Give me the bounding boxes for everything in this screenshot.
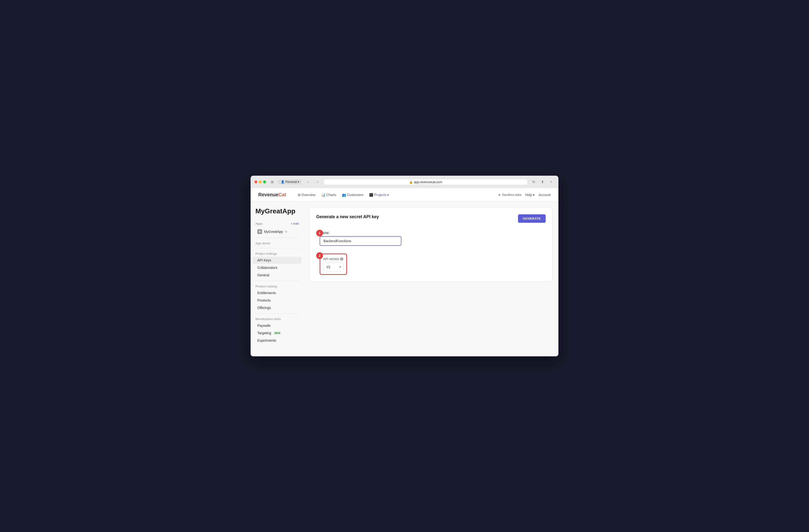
maximize-button[interactable] <box>263 180 266 183</box>
api-version-info-icon[interactable]: i <box>340 258 343 261</box>
api-version-text: API version <box>323 257 339 261</box>
toolbar-icons: ↻ ⬆ ＋ <box>531 179 554 185</box>
nav-right: Sandbox data Help ▾ Account <box>499 192 551 198</box>
main-content: Generate a new secret API key GENERATE 1… <box>304 201 558 356</box>
profile-selector[interactable]: 👤 Personal ▾ <box>278 179 302 184</box>
app-content: RevenueCat ⊞ Overview 📊 Charts 👥 Custome… <box>251 188 558 356</box>
overview-icon: ⊞ <box>298 193 300 197</box>
nav-charts[interactable]: 📊 Charts <box>321 192 336 198</box>
step1-container: 1 <box>316 231 320 236</box>
sidebar-divider-2 <box>255 248 299 248</box>
close-button[interactable] <box>255 180 257 183</box>
profile-icon: 👤 <box>281 180 285 183</box>
url-text: app.revenuecat.com <box>414 180 442 184</box>
sidebar-apps-header: Apps + Add <box>251 220 304 227</box>
targeting-new-badge: NEW <box>273 331 281 335</box>
sandbox-dot <box>499 194 500 196</box>
nav-projects[interactable]: ⬛ Projects ▾ <box>369 192 389 198</box>
logo-revenue: Revenue <box>258 192 278 197</box>
help-chevron-icon: ▾ <box>533 193 535 197</box>
sidebar-project-settings-section: Project settings API Keys Collaborators … <box>251 250 304 279</box>
step2-container: 2 <box>316 253 320 259</box>
traffic-lights <box>255 180 266 183</box>
charts-icon: 📊 <box>321 193 325 197</box>
sidebar-item-api-keys[interactable]: API Keys <box>253 256 302 264</box>
sidebar-appstores-section: App stores <box>251 240 304 246</box>
lock-icon: 🔒 <box>409 180 413 184</box>
api-version-select[interactable]: V1 V2 <box>323 263 343 271</box>
card-title: Generate a new secret API key <box>316 214 379 219</box>
api-version-row: 2 API version i V1 V2 <box>316 253 546 275</box>
logo-cat: Cat <box>278 192 286 197</box>
copy-icon[interactable]: ⧉ <box>285 230 287 233</box>
name-label: Name: <box>320 231 401 235</box>
sidebar-apps-section: Apps + Add M MyGreatApp ⧉ <box>251 220 304 236</box>
back-button[interactable]: ‹ <box>305 179 311 185</box>
tab-view-button[interactable]: ⊞ <box>269 179 276 185</box>
content-card: Generate a new secret API key GENERATE 1… <box>309 207 553 282</box>
browser-toolbar: ⊞ 👤 Personal ▾ ‹ › 🔒 app.revenuecat.com … <box>251 176 558 188</box>
logo: RevenueCat <box>258 192 286 197</box>
refresh-button[interactable]: ↻ <box>531 179 537 185</box>
main-layout: MyGreatApp Apps + Add M MyGreatApp ⧉ <box>251 201 558 356</box>
api-version-label-row: API version i <box>323 257 343 261</box>
name-input[interactable] <box>320 236 401 246</box>
nav-links: ⊞ Overview 📊 Charts 👥 Customers ⬛ Projec… <box>298 192 491 198</box>
name-form-group: Name: <box>320 231 401 246</box>
app-stores-label: App stores <box>251 240 304 246</box>
projects-chevron-icon: ▾ <box>387 193 389 197</box>
generate-button[interactable]: GENERATE <box>518 214 546 223</box>
top-nav: RevenueCat ⊞ Overview 📊 Charts 👥 Custome… <box>251 188 558 201</box>
project-settings-label: Project settings <box>251 250 304 256</box>
address-bar[interactable]: 🔒 app.revenuecat.com <box>324 179 528 185</box>
projects-icon: ⬛ <box>369 193 373 197</box>
page-title: MyGreatApp <box>251 207 304 220</box>
app-name-label: MyGreatApp <box>264 230 283 234</box>
app-icon-mygreatapp: M <box>257 229 262 234</box>
new-tab-button[interactable]: ＋ <box>548 179 554 185</box>
sidebar-item-collaborators[interactable]: Collaborators <box>253 264 302 271</box>
nav-help[interactable]: Help ▾ <box>525 192 535 198</box>
sidebar-divider-3 <box>255 281 299 281</box>
sidebar-divider-4 <box>255 313 299 314</box>
sidebar-item-entitlements[interactable]: Entitlements <box>253 289 302 297</box>
sidebar-item-targeting[interactable]: Targeting NEW <box>253 330 302 337</box>
sandbox-label: Sandbox data <box>502 193 521 197</box>
nav-customers[interactable]: 👥 Customers <box>342 192 363 198</box>
step-1-badge: 1 <box>316 230 323 236</box>
card-header-row: Generate a new secret API key GENERATE <box>316 214 546 225</box>
api-version-select-wrapper: V1 V2 ▾ <box>323 263 343 271</box>
nav-account[interactable]: Account <box>538 192 551 198</box>
customers-icon: 👥 <box>342 193 346 197</box>
apps-label: Apps <box>255 222 263 225</box>
sidebar-item-offerings[interactable]: Offerings <box>253 304 302 312</box>
profile-label: Personal <box>286 180 297 183</box>
sidebar-item-mygreatapp[interactable]: M MyGreatApp ⧉ <box>253 228 302 236</box>
api-version-group: API version i V1 V2 ▾ <box>320 253 347 275</box>
sidebar-item-paywalls[interactable]: Paywalls <box>253 322 302 329</box>
step-2-badge: 2 <box>316 252 323 259</box>
sandbox-indicator: Sandbox data <box>499 193 521 197</box>
profile-chevron: ▾ <box>298 180 299 183</box>
add-app-button[interactable]: + Add <box>291 222 299 225</box>
forward-button[interactable]: › <box>314 179 321 185</box>
browser-window: ⊞ 👤 Personal ▾ ‹ › 🔒 app.revenuecat.com … <box>251 176 558 356</box>
sidebar-item-general[interactable]: General <box>253 271 302 279</box>
share-button[interactable]: ⬆ <box>539 179 546 185</box>
sidebar-item-experiments[interactable]: Experiments <box>253 337 302 344</box>
product-catalog-label: Product catalog <box>251 283 304 289</box>
monetization-tools-label: Monetization tools <box>251 316 304 322</box>
sidebar: MyGreatApp Apps + Add M MyGreatApp ⧉ <box>251 201 304 356</box>
sidebar-product-catalog-section: Product catalog Entitlements Products Of… <box>251 283 304 312</box>
sidebar-item-products[interactable]: Products <box>253 297 302 304</box>
nav-overview[interactable]: ⊞ Overview <box>298 192 315 198</box>
name-field-row: 1 Name: <box>316 231 546 250</box>
minimize-button[interactable] <box>259 180 262 183</box>
sidebar-monetization-section: Monetization tools Paywalls Targeting NE… <box>251 316 304 344</box>
